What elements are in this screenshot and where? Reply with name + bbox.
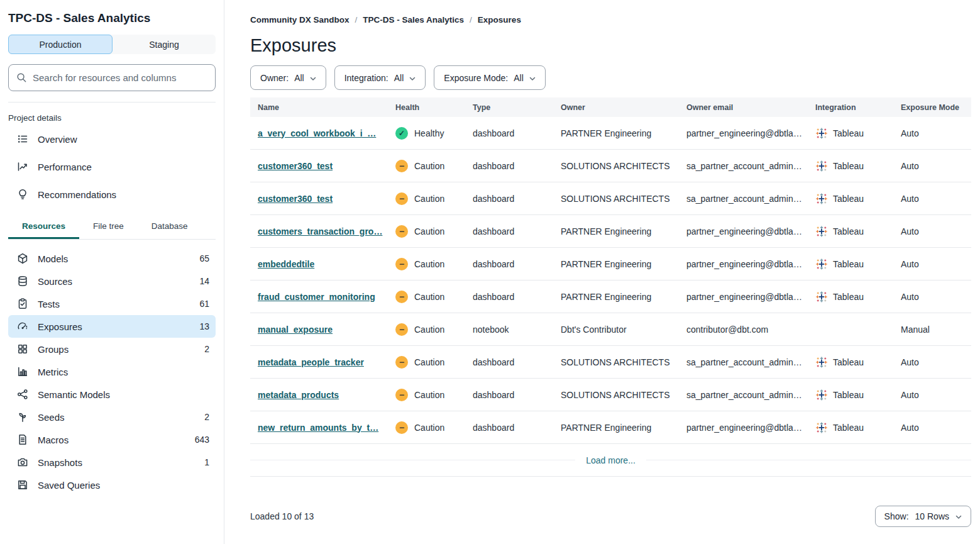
health-label: Healthy bbox=[414, 128, 444, 138]
search-input[interactable] bbox=[33, 72, 207, 83]
sidebar-item-metrics[interactable]: Metrics bbox=[8, 360, 216, 383]
exposure-name-link[interactable]: metadata_products bbox=[258, 390, 339, 400]
tableau-icon bbox=[815, 127, 828, 140]
tab-file-tree[interactable]: File tree bbox=[79, 216, 138, 239]
table-row: new_return_amounts_by_t… Caution dashboa… bbox=[250, 411, 971, 444]
health-badge bbox=[395, 225, 408, 238]
env-staging-button[interactable]: Staging bbox=[113, 35, 216, 54]
exposure-name-link[interactable]: fraud_customer_monitoring bbox=[258, 292, 375, 302]
breadcrumb-account[interactable]: Community DX Sandbox bbox=[250, 15, 350, 25]
breadcrumb-project[interactable]: TPC-DS - Sales Analytics bbox=[363, 15, 464, 25]
exposure-name-link[interactable]: manual_exposure bbox=[258, 325, 333, 335]
sidebar-item-label: Performance bbox=[38, 162, 92, 172]
sidebar-item-recommendations[interactable]: Recommendations bbox=[8, 180, 216, 208]
divider bbox=[250, 460, 575, 460]
show-label: Show: bbox=[884, 511, 909, 521]
integration-label: Tableau bbox=[833, 423, 864, 433]
health-label: Caution bbox=[414, 226, 444, 236]
owner-cell: SOLUTIONS ARCHITECTS bbox=[553, 194, 679, 204]
sidebar-item-snapshots[interactable]: Snapshots 1 bbox=[8, 451, 216, 474]
resource-label: Seeds bbox=[38, 412, 65, 423]
project-details-label: Project details bbox=[8, 113, 216, 123]
integration-label: Tableau bbox=[833, 128, 864, 138]
type-cell: dashboard bbox=[465, 194, 553, 204]
health-badge bbox=[395, 258, 408, 270]
tab-resources[interactable]: Resources bbox=[8, 216, 79, 239]
env-production-button[interactable]: Production bbox=[8, 35, 113, 54]
sidebar-item-overview[interactable]: Overview bbox=[8, 125, 216, 153]
resource-count: 643 bbox=[195, 435, 209, 445]
exposure-mode-cell: Auto bbox=[893, 194, 971, 204]
exposure-mode-cell: Auto bbox=[893, 161, 971, 171]
sidebar-item-label: Overview bbox=[38, 134, 77, 145]
column-header-health: Health bbox=[388, 103, 465, 112]
exposure-name-link[interactable]: new_return_amounts_by_t… bbox=[258, 423, 378, 433]
integration-filter-button[interactable]: Integration: All bbox=[334, 65, 426, 90]
breadcrumb: Community DX Sandbox / TPC-DS - Sales An… bbox=[250, 15, 971, 25]
save-icon bbox=[17, 479, 28, 491]
column-header-owner-email: Owner email bbox=[679, 103, 808, 112]
tab-database[interactable]: Database bbox=[138, 216, 202, 239]
type-cell: dashboard bbox=[465, 390, 553, 400]
exposure-mode-cell: Auto bbox=[893, 259, 971, 269]
exposure-name-link[interactable]: customer360_test bbox=[258, 194, 333, 204]
health-label: Caution bbox=[414, 390, 444, 400]
show-value: 10 Rows bbox=[915, 511, 949, 521]
exposure-mode-cell: Auto bbox=[893, 292, 971, 302]
integration-cell: Tableau bbox=[808, 127, 893, 140]
type-cell: dashboard bbox=[465, 292, 553, 302]
sidebar-item-sources[interactable]: Sources 14 bbox=[8, 270, 216, 292]
owner-email-cell: partner_engineering@dbtla… bbox=[679, 292, 808, 302]
table-row: customers_transaction_gro… Caution dashb… bbox=[250, 215, 971, 248]
resource-label: Sources bbox=[38, 276, 72, 287]
exposure-name-link[interactable]: customers_transaction_gro… bbox=[258, 226, 382, 236]
filter-label: Exposure Mode: bbox=[444, 73, 508, 83]
resource-label: Models bbox=[38, 253, 68, 264]
table-row: fraud_customer_monitoring Caution dashbo… bbox=[250, 280, 971, 313]
resource-count: 65 bbox=[199, 253, 209, 264]
clipboard-check-icon bbox=[17, 298, 28, 309]
file-text-icon bbox=[17, 434, 28, 445]
sidebar-item-exposures[interactable]: Exposures 13 bbox=[8, 315, 216, 338]
sidebar-item-seeds[interactable]: Seeds 2 bbox=[8, 406, 216, 428]
resource-count: 14 bbox=[199, 276, 209, 286]
sidebar-item-groups[interactable]: Groups 2 bbox=[8, 338, 216, 360]
sidebar-item-performance[interactable]: Performance bbox=[8, 153, 216, 180]
exposure-name-link[interactable]: customer360_test bbox=[258, 161, 333, 171]
health-label: Caution bbox=[414, 259, 444, 269]
integration-cell: Tableau bbox=[808, 192, 893, 205]
owner-email-cell: sa_partner_account_admin… bbox=[679, 194, 808, 204]
chevron-down-icon bbox=[409, 76, 416, 81]
sidebar: TPC-DS - Sales Analytics Production Stag… bbox=[0, 0, 224, 544]
search-box[interactable] bbox=[8, 64, 216, 91]
resource-count: 2 bbox=[204, 344, 209, 354]
resource-count: 2 bbox=[204, 412, 209, 422]
sidebar-item-label: Recommendations bbox=[38, 189, 116, 200]
sidebar-item-macros[interactable]: Macros 643 bbox=[8, 428, 216, 451]
sidebar-item-tests[interactable]: Tests 61 bbox=[8, 292, 216, 315]
integration-cell: Tableau bbox=[808, 160, 893, 172]
app-window: TPC-DS - Sales Analytics Production Stag… bbox=[0, 0, 980, 544]
owner-email-cell: contributor@dbt.com bbox=[679, 325, 808, 335]
rows-per-page-button[interactable]: Show: 10 Rows bbox=[875, 506, 971, 527]
camera-icon bbox=[17, 457, 28, 468]
integration-cell: Tableau bbox=[808, 291, 893, 303]
project-title: TPC-DS - Sales Analytics bbox=[8, 11, 216, 25]
exposure-name-link[interactable]: metadata_people_tracker bbox=[258, 357, 364, 367]
load-more-link[interactable]: Load more... bbox=[575, 455, 646, 465]
table-footer: Loaded 10 of 13 Show: 10 Rows bbox=[250, 506, 971, 527]
exposure-name-link[interactable]: a_very_cool_workbook_i_… bbox=[258, 128, 376, 138]
exposure-mode-filter-button[interactable]: Exposure Mode: All bbox=[434, 65, 546, 90]
gauge-icon bbox=[17, 321, 28, 332]
list-icon bbox=[17, 133, 28, 145]
column-header-exposure-mode: Exposure Mode bbox=[893, 103, 971, 112]
exposure-name-link[interactable]: embeddedtile bbox=[258, 259, 314, 269]
sidebar-item-saved-queries[interactable]: Saved Queries bbox=[8, 474, 216, 496]
filter-label: Integration: bbox=[344, 73, 388, 83]
owner-filter-button[interactable]: Owner: All bbox=[250, 65, 326, 90]
resource-label: Tests bbox=[38, 299, 60, 309]
grid-icon bbox=[17, 343, 28, 355]
health-label: Caution bbox=[414, 325, 444, 335]
sidebar-item-semantic-models[interactable]: Semantic Models bbox=[8, 383, 216, 406]
sidebar-item-models[interactable]: Models 65 bbox=[8, 247, 216, 270]
